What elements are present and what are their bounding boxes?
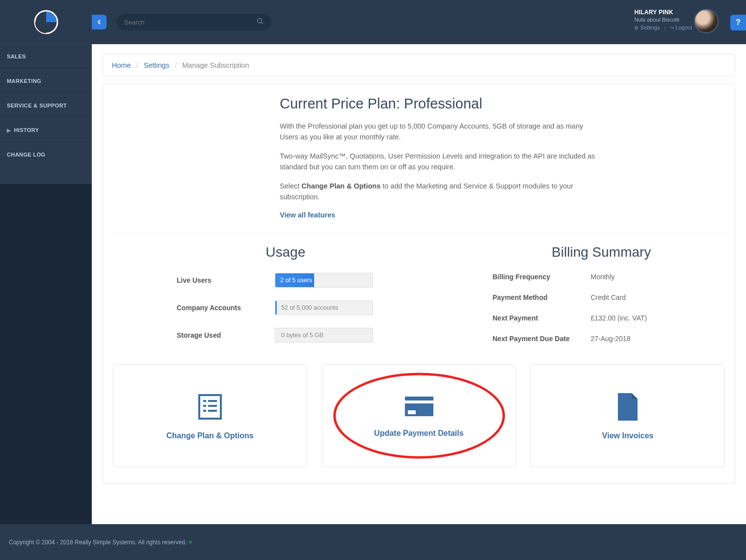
usage-section: Usage Live Users 2 of 5 users Company Ac… [113, 244, 458, 343]
svg-line-2 [262, 23, 264, 25]
logo-icon [34, 10, 58, 34]
user-name: HILARY PINK [634, 9, 692, 16]
usage-bar-users: 2 of 5 users [275, 273, 373, 288]
view-all-features-link[interactable]: View all features [280, 211, 335, 219]
card-update-payment[interactable]: Update Payment Details [322, 364, 516, 467]
nav-sales[interactable]: SALES [0, 44, 92, 69]
footer: Copyright © 2004 - 2018 Really Simple Sy… [0, 524, 746, 560]
svg-rect-9 [208, 410, 217, 412]
action-cards: Change Plan & Options Update Payment Det… [113, 364, 725, 467]
gear-icon: ⚙ [634, 25, 639, 30]
credit-card-icon [402, 394, 436, 420]
svg-rect-10 [405, 397, 433, 400]
billing-val-next-payment: £132.00 (inc. VAT) [591, 314, 647, 322]
nav-history[interactable]: ▶HISTORY [0, 118, 92, 142]
chevron-left-icon [97, 20, 102, 25]
svg-rect-8 [203, 410, 206, 412]
main-content: Home / Settings / Manage Subscription Cu… [92, 44, 746, 524]
search-box[interactable] [116, 14, 271, 30]
logout-icon: ↪ [670, 25, 674, 30]
logo [0, 0, 92, 44]
card-label: Update Payment Details [374, 429, 463, 438]
footer-text: Copyright © 2004 - 2018 Really Simple Sy… [9, 539, 186, 546]
svg-point-1 [258, 19, 262, 23]
divider [113, 233, 725, 234]
billing-label-frequency: Billing Frequency [493, 273, 591, 281]
svg-rect-12 [408, 410, 416, 414]
billing-title: Billing Summary [493, 244, 711, 260]
card-label: Change Plan & Options [166, 431, 254, 440]
user-block: HILARY PINK Nuts about Biscotti ⚙ Settin… [634, 9, 692, 30]
usage-bar-accounts: 52 of 5,000 accounts [275, 300, 373, 315]
user-company: Nuts about Biscotti [634, 17, 692, 23]
billing-val-method: Credit Card [591, 293, 626, 301]
plan-desc-3: Select Change Plan & Options to add the … [280, 181, 604, 203]
card-change-plan[interactable]: Change Plan & Options [113, 364, 307, 467]
svg-rect-11 [405, 403, 433, 416]
billing-label-next-payment: Next Payment [493, 314, 591, 322]
billing-val-due-date: 27-Aug-2018 [591, 335, 631, 343]
heart-icon: ♥ [188, 539, 192, 546]
usage-label-users: Live Users [177, 276, 275, 284]
billing-section: Billing Summary Billing Frequency Monthl… [458, 244, 725, 343]
nav-change-log[interactable]: CHANGE LOG [0, 142, 92, 167]
usage-label-accounts: Company Accounts [177, 304, 275, 312]
subscription-panel: Current Price Plan: Professional With th… [103, 83, 735, 483]
breadcrumb-settings[interactable]: Settings [144, 61, 169, 69]
svg-rect-7 [208, 405, 217, 407]
sidebar-lower [0, 184, 92, 560]
search-input[interactable] [124, 19, 257, 26]
sidebar: SALES MARKETING SERVICE & SUPPORT ▶HISTO… [0, 0, 92, 184]
page-title: Current Price Plan: Professional [280, 96, 604, 112]
usage-label-storage: Storage Used [177, 331, 275, 339]
avatar[interactable] [694, 9, 719, 33]
nav-service-support[interactable]: SERVICE & SUPPORT [0, 93, 92, 118]
nav-marketing[interactable]: MARKETING [0, 69, 92, 93]
usage-title: Usage [177, 244, 395, 260]
svg-rect-4 [203, 400, 206, 402]
search-icon [257, 18, 264, 27]
topbar: HILARY PINK Nuts about Biscotti ⚙ Settin… [92, 0, 746, 44]
billing-label-method: Payment Method [493, 293, 591, 301]
usage-bar-storage: 0 bytes of 5 GB [275, 328, 373, 343]
collapse-sidebar-button[interactable] [92, 15, 107, 29]
chevron-right-icon: ▶ [7, 128, 11, 133]
settings-link[interactable]: ⚙ Settings [634, 25, 660, 30]
breadcrumb: Home / Settings / Manage Subscription [103, 54, 735, 77]
list-icon [194, 391, 226, 423]
logout-link[interactable]: ↪ Logout [670, 25, 692, 30]
card-label: View Invoices [602, 431, 654, 440]
billing-label-due-date: Next Payment Due Date [493, 335, 591, 343]
billing-val-frequency: Monthly [591, 273, 615, 281]
help-button[interactable]: ? [730, 15, 746, 30]
breadcrumb-current: Manage Subscription [182, 61, 249, 69]
plan-desc-1: With the Professional plan you get up to… [280, 121, 604, 143]
card-view-invoices[interactable]: View Invoices [531, 364, 725, 467]
svg-rect-6 [203, 405, 206, 407]
svg-rect-5 [208, 400, 217, 402]
plan-desc-2: Two-way MailSync™, Quotations, User Perm… [280, 151, 604, 173]
breadcrumb-home[interactable]: Home [112, 61, 131, 69]
file-icon [614, 391, 641, 423]
